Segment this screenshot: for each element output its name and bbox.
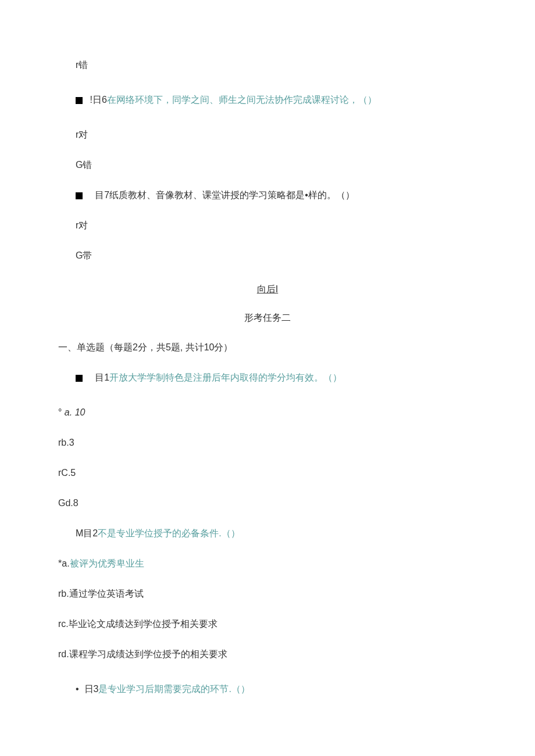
t2q3-row: • 日3是专业学习后期需要完成的环节.（） <box>76 682 477 696</box>
square-bullet-icon <box>76 192 83 199</box>
t2q1-a-prefix: ° <box>58 407 65 417</box>
q7-row: 目7纸质教材、音像教材、课堂讲授的学习策略都是•样的。（） <box>76 188 477 202</box>
t2q2-opt-c[interactable]: rc.毕业论文成绩达到学位授予相关要求 <box>58 617 477 631</box>
t2q1-a-text: a. 10 <box>65 407 85 417</box>
t2q1-row: 目1开放大学学制特色是注册后年内取得的学分均有效。（） <box>76 371 477 385</box>
t2q1-opt-c[interactable]: rC.5 <box>58 466 477 480</box>
t2q2-row: M目2不是专业学位授予的必备条件.（） <box>76 526 477 540</box>
q6-opt-true-text: r对 <box>76 130 88 139</box>
t2q1-opt-a[interactable]: ° a. 10 <box>58 406 477 420</box>
t2q2-prefix: M目2 <box>76 528 98 538</box>
t2q1-prefix: 目1 <box>95 372 109 382</box>
nav-back-text: 向后I <box>257 284 278 294</box>
t2q1-text: 开放大学学制特色是注册后年内取得的学分均有效。（） <box>109 372 342 382</box>
t2q2-a-text: 被评为优秀卑业生 <box>70 558 144 568</box>
t2q2-opt-a[interactable]: *a.被评为优秀卑业生 <box>58 557 477 571</box>
t2q2-text: 不是专业学位授予的必备条件.（） <box>98 528 240 538</box>
t2q1-d-text: Gd.8 <box>58 498 79 508</box>
q7-opt-false[interactable]: G带 <box>76 249 477 263</box>
q6-opt-false-text: G错 <box>76 160 92 170</box>
q5-answer-wrong: r错 <box>76 58 477 72</box>
bullet-dot-icon: • <box>76 684 81 694</box>
q6-prefix: !日6 <box>90 95 106 105</box>
task2-title-text: 形考任务二 <box>244 313 291 323</box>
q6-opt-false[interactable]: G错 <box>76 158 477 172</box>
t2q2-d-text: rd.课程学习成绩达到学位授予的相关要求 <box>58 649 227 659</box>
t2q1-c-text: rC.5 <box>58 468 76 478</box>
q7-opt-true-text: r对 <box>76 220 88 230</box>
t2q2-c-text: rc.毕业论文成绩达到学位授予相关要求 <box>58 619 217 629</box>
square-bullet-icon <box>76 375 83 382</box>
task2-section: 一、单选题（每题2分，共5题, 共计10分） <box>58 341 477 354</box>
q7-opt-true[interactable]: r对 <box>76 218 477 232</box>
q6-row: !日6在网络环境下，同学之间、师生之间无法协作完成课程讨论，（） <box>76 93 477 107</box>
q7-text: 纸质教材、音像教材、课堂讲授的学习策略都是•样的。（） <box>109 190 355 200</box>
task2-title: 形考任务二 <box>58 312 477 324</box>
t2q2-b-text: rb.通过学位英语考试 <box>58 589 144 599</box>
task2-section-text: 一、单选题（每题2分，共5题, 共计10分） <box>58 342 233 352</box>
q7-prefix: 目7 <box>95 190 109 200</box>
t2q3-text: 是专业学习后期需要完成的环节.（） <box>98 684 249 694</box>
t2q2-opt-d[interactable]: rd.课程学习成绩达到学位授予的相关要求 <box>58 647 477 661</box>
q5-answer-text: r错 <box>76 60 88 70</box>
q7-opt-false-text: G带 <box>76 250 92 260</box>
q6-text: 在网络环境下，同学之间、师生之间无法协作完成课程讨论，（） <box>107 95 377 105</box>
t2q1-b-text: rb.3 <box>58 438 74 447</box>
square-bullet-icon <box>76 97 83 104</box>
q6-opt-true[interactable]: r对 <box>76 128 477 142</box>
t2q1-opt-b[interactable]: rb.3 <box>58 436 477 450</box>
t2q1-opt-d[interactable]: Gd.8 <box>58 496 477 510</box>
nav-back[interactable]: 向后I <box>58 284 477 296</box>
t2q3-prefix: 日3 <box>84 684 99 694</box>
t2q2-opt-b[interactable]: rb.通过学位英语考试 <box>58 587 477 601</box>
